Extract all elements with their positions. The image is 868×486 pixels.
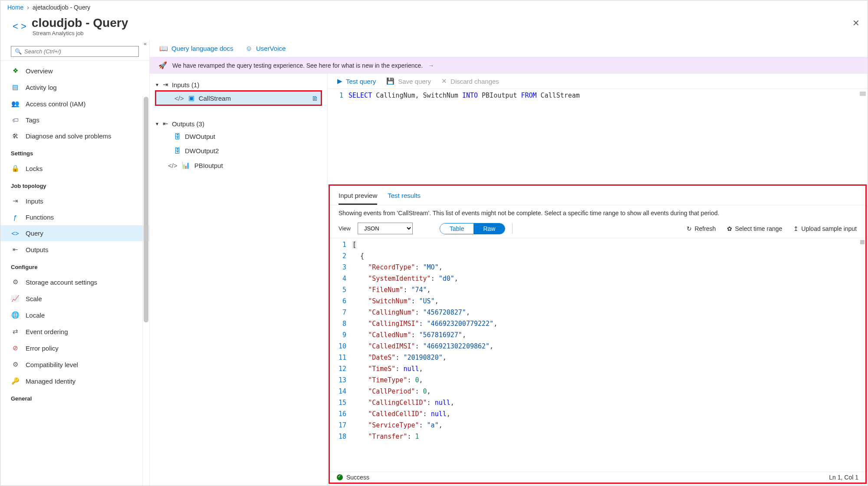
save-query-button[interactable]: 💾Save query	[386, 77, 431, 85]
nav-overview[interactable]: ❖Overview	[0, 62, 149, 79]
output-dwoutput[interactable]: 🗄 DWOutput	[155, 129, 322, 144]
cursor-position: Ln 1, Col 1	[829, 474, 858, 481]
discard-changes-button[interactable]: ✕Discard changes	[441, 77, 499, 85]
nav-scroll[interactable]: ❖Overview ▤Activity log 👥Access control …	[0, 60, 149, 486]
breadcrumb-home[interactable]: Home	[7, 4, 23, 11]
nav-tags[interactable]: 🏷Tags	[0, 112, 149, 128]
search-icon: 🔍	[15, 48, 22, 55]
nav-event-ordering[interactable]: ⇄Event ordering	[0, 323, 149, 340]
code-icon: < >	[13, 21, 26, 32]
tab-test-results[interactable]: Test results	[388, 189, 421, 205]
nav-storage[interactable]: ⚙Storage account settings	[0, 274, 149, 290]
nav-label: Functions	[26, 213, 54, 221]
json-body[interactable]: [ { "RecordType": "MO", "SystemIdentity"…	[352, 238, 497, 472]
upload-sample-button[interactable]: ↥Upload sample input	[793, 225, 857, 232]
minimap[interactable]	[860, 92, 866, 96]
rocket-icon: 🚀	[158, 61, 167, 69]
banner-text: We have revamped the query testing exper…	[172, 62, 423, 69]
page-header: < > cloudjob - Query Stream Analytics jo…	[0, 14, 868, 40]
inputs-group-header[interactable]: ▼ ⇥ Inputs (1)	[155, 79, 322, 90]
nav-outputs[interactable]: ⇤Outputs	[0, 241, 149, 258]
query-icon: <>	[11, 230, 20, 237]
output-dwoutput2[interactable]: 🗄 DWOutput2	[155, 144, 322, 158]
info-banner[interactable]: 🚀 We have revamped the query testing exp…	[150, 57, 868, 74]
gear-icon: ⚙	[11, 361, 20, 368]
query-docs-link[interactable]: 📖Query language docs	[159, 44, 233, 53]
nav-activity-log[interactable]: ▤Activity log	[0, 79, 149, 95]
output-pbioutput[interactable]: </> 📊 PBIoutput	[155, 158, 322, 173]
nav-label: Access control (IAM)	[26, 100, 85, 108]
uservoice-link[interactable]: ☺UserVoice	[246, 45, 286, 53]
json-scrollbar[interactable]	[860, 240, 865, 244]
code-line[interactable]: SELECT CallingNum, SwitchNum INTO PBIout…	[349, 92, 580, 182]
tree-item-label: PBIoutput	[194, 162, 223, 169]
log-icon: ▤	[11, 83, 20, 91]
outputs-group-header[interactable]: ▼ ⇤ Outputs (3)	[155, 118, 322, 129]
breadcrumb-current: ajetacloudjob - Query	[33, 4, 90, 11]
nav-label: Managed Identity	[26, 378, 76, 385]
gear-icon: ⚙	[11, 278, 20, 286]
nav-scale[interactable]: 📈Scale	[0, 290, 149, 307]
nav-locale[interactable]: 🌐Locale	[0, 307, 149, 323]
divider	[512, 223, 513, 234]
preview-frame: Input preview Test results Showing event…	[329, 184, 867, 484]
act-label: Discard changes	[450, 78, 499, 85]
search-field[interactable]	[24, 48, 135, 55]
nav-label: Outputs	[26, 246, 49, 253]
close-icon[interactable]: ✕	[852, 18, 860, 28]
code-icon: </>	[168, 162, 178, 169]
nav-label: Scale	[26, 295, 42, 302]
sidebar-scrollbar[interactable]	[142, 96, 149, 486]
collapse-sidebar-icon[interactable]: «	[144, 41, 147, 47]
nav-query[interactable]: <>Query	[0, 225, 149, 241]
nav-label: Activity log	[26, 84, 57, 91]
section-topology: Job topology	[0, 177, 149, 193]
powerbi-icon: 📊	[182, 161, 190, 169]
refresh-button[interactable]: ↻Refresh	[687, 225, 716, 232]
rl-label: Upload sample input	[801, 225, 857, 232]
nav-error-policy[interactable]: ⊘Error policy	[0, 340, 149, 356]
test-query-button[interactable]: ▶Test query	[337, 77, 376, 85]
act-label: Test query	[346, 78, 376, 85]
nav-access-control[interactable]: 👥Access control (IAM)	[0, 95, 149, 112]
statusbar: Success Ln 1, Col 1	[330, 472, 865, 483]
nav-label: Query	[26, 230, 43, 237]
nav-label: Overview	[26, 67, 53, 75]
toggle-table[interactable]: Table	[440, 223, 473, 234]
nav-locks[interactable]: 🔒Locks	[0, 160, 149, 177]
sidebar: « 🔍 ❖Overview ▤Activity log 👥Access cont…	[0, 40, 150, 486]
search-input[interactable]: 🔍	[11, 46, 139, 57]
tree-item-label: DWOutput	[185, 133, 215, 140]
document-icon: 🗎	[312, 95, 318, 102]
view-label: View	[339, 225, 351, 232]
nav-functions[interactable]: ƒFunctions	[0, 209, 149, 225]
nav-diagnose[interactable]: 🛠Diagnose and solve problems	[0, 128, 149, 144]
tab-input-preview[interactable]: Input preview	[339, 189, 377, 205]
nav-label: Error policy	[26, 345, 59, 352]
nav-label: Inputs	[26, 197, 43, 205]
scale-icon: 📈	[11, 295, 20, 302]
preview-note: Showing events from 'CallStream'. This l…	[330, 205, 865, 221]
code-editor[interactable]: 1 SELECT CallingNum, SwitchNum INTO PBIo…	[328, 89, 868, 184]
nav-compat[interactable]: ⚙Compatibility level	[0, 356, 149, 373]
group-label: Inputs (1)	[172, 81, 199, 89]
nav-managed-identity[interactable]: 🔑Managed Identity	[0, 373, 149, 389]
view-select[interactable]: JSON	[358, 223, 413, 234]
toggle-raw[interactable]: Raw	[473, 223, 505, 234]
nav-inputs[interactable]: ⇥Inputs	[0, 193, 149, 209]
top-toolbar: 📖Query language docs ☺UserVoice	[150, 40, 868, 57]
rl-label: Select time range	[735, 225, 782, 232]
link-label: Query language docs	[171, 45, 233, 52]
select-time-range-button[interactable]: ✿Select time range	[727, 225, 782, 232]
caret-down-icon: ▼	[155, 82, 159, 87]
success-icon	[337, 474, 343, 480]
nav-label: Compatibility level	[26, 361, 78, 368]
preview-tabs: Input preview Test results	[330, 186, 865, 205]
nav-label: Tags	[26, 116, 39, 124]
input-callstream[interactable]: </> ▣ CallStream 🗎	[155, 90, 322, 106]
section-general: General	[0, 389, 149, 405]
main-pane: 📖Query language docs ☺UserVoice 🚀 We hav…	[150, 40, 868, 486]
page-title: cloudjob - Query	[32, 16, 128, 30]
lock-icon: 🔒	[11, 164, 20, 172]
json-view[interactable]: 123456789101112131415161718 [ { "RecordT…	[330, 238, 865, 472]
